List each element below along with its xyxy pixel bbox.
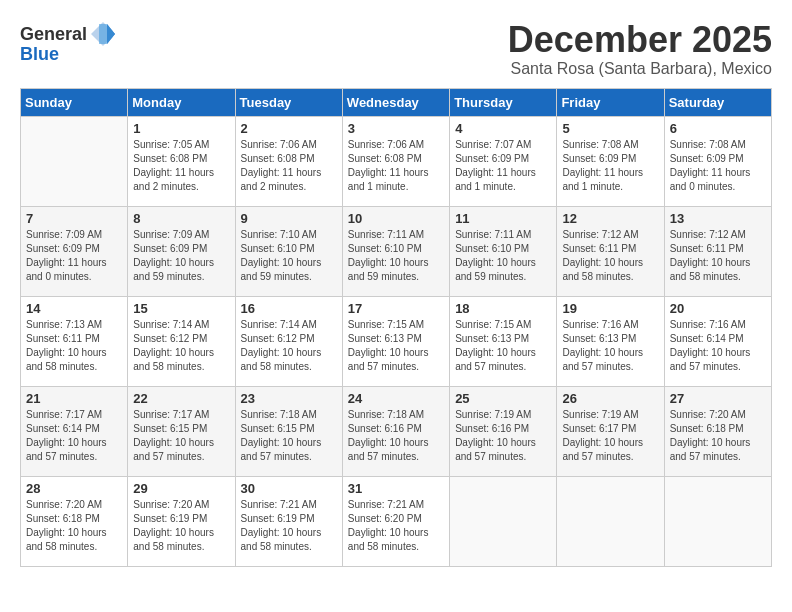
calendar-cell: 28Sunrise: 7:20 AM Sunset: 6:18 PM Dayli… [21,476,128,566]
calendar-week-row: 21Sunrise: 7:17 AM Sunset: 6:14 PM Dayli… [21,386,772,476]
calendar-cell: 3Sunrise: 7:06 AM Sunset: 6:08 PM Daylig… [342,116,449,206]
day-info: Sunrise: 7:05 AM Sunset: 6:08 PM Dayligh… [133,138,229,194]
day-number: 7 [26,211,122,226]
page-header: General Blue December 2025 Santa Rosa (S… [20,20,772,78]
logo-general: General [20,24,87,45]
calendar-cell: 9Sunrise: 7:10 AM Sunset: 6:10 PM Daylig… [235,206,342,296]
day-info: Sunrise: 7:10 AM Sunset: 6:10 PM Dayligh… [241,228,337,284]
day-info: Sunrise: 7:08 AM Sunset: 6:09 PM Dayligh… [670,138,766,194]
calendar-cell: 6Sunrise: 7:08 AM Sunset: 6:09 PM Daylig… [664,116,771,206]
day-number: 17 [348,301,444,316]
calendar-cell: 5Sunrise: 7:08 AM Sunset: 6:09 PM Daylig… [557,116,664,206]
day-number: 1 [133,121,229,136]
day-info: Sunrise: 7:15 AM Sunset: 6:13 PM Dayligh… [348,318,444,374]
day-info: Sunrise: 7:20 AM Sunset: 6:18 PM Dayligh… [26,498,122,554]
day-number: 16 [241,301,337,316]
day-info: Sunrise: 7:14 AM Sunset: 6:12 PM Dayligh… [241,318,337,374]
day-info: Sunrise: 7:11 AM Sunset: 6:10 PM Dayligh… [455,228,551,284]
day-number: 15 [133,301,229,316]
day-info: Sunrise: 7:17 AM Sunset: 6:14 PM Dayligh… [26,408,122,464]
calendar-table: SundayMondayTuesdayWednesdayThursdayFrid… [20,88,772,567]
day-number: 9 [241,211,337,226]
day-info: Sunrise: 7:13 AM Sunset: 6:11 PM Dayligh… [26,318,122,374]
calendar-cell: 19Sunrise: 7:16 AM Sunset: 6:13 PM Dayli… [557,296,664,386]
logo-icon [89,20,117,48]
day-number: 30 [241,481,337,496]
day-number: 26 [562,391,658,406]
calendar-cell: 17Sunrise: 7:15 AM Sunset: 6:13 PM Dayli… [342,296,449,386]
day-info: Sunrise: 7:20 AM Sunset: 6:18 PM Dayligh… [670,408,766,464]
day-info: Sunrise: 7:18 AM Sunset: 6:16 PM Dayligh… [348,408,444,464]
calendar-cell: 26Sunrise: 7:19 AM Sunset: 6:17 PM Dayli… [557,386,664,476]
calendar-cell: 15Sunrise: 7:14 AM Sunset: 6:12 PM Dayli… [128,296,235,386]
calendar-cell: 21Sunrise: 7:17 AM Sunset: 6:14 PM Dayli… [21,386,128,476]
calendar-cell [21,116,128,206]
day-number: 22 [133,391,229,406]
calendar-cell: 29Sunrise: 7:20 AM Sunset: 6:19 PM Dayli… [128,476,235,566]
day-of-week-header: Saturday [664,88,771,116]
calendar-cell: 7Sunrise: 7:09 AM Sunset: 6:09 PM Daylig… [21,206,128,296]
day-number: 6 [670,121,766,136]
day-of-week-header: Monday [128,88,235,116]
header-row: SundayMondayTuesdayWednesdayThursdayFrid… [21,88,772,116]
day-of-week-header: Friday [557,88,664,116]
day-number: 28 [26,481,122,496]
calendar-cell: 22Sunrise: 7:17 AM Sunset: 6:15 PM Dayli… [128,386,235,476]
day-number: 25 [455,391,551,406]
day-info: Sunrise: 7:08 AM Sunset: 6:09 PM Dayligh… [562,138,658,194]
day-info: Sunrise: 7:12 AM Sunset: 6:11 PM Dayligh… [670,228,766,284]
day-info: Sunrise: 7:21 AM Sunset: 6:20 PM Dayligh… [348,498,444,554]
day-number: 13 [670,211,766,226]
day-info: Sunrise: 7:09 AM Sunset: 6:09 PM Dayligh… [133,228,229,284]
day-of-week-header: Sunday [21,88,128,116]
calendar-cell: 4Sunrise: 7:07 AM Sunset: 6:09 PM Daylig… [450,116,557,206]
calendar-week-row: 1Sunrise: 7:05 AM Sunset: 6:08 PM Daylig… [21,116,772,206]
calendar-cell [450,476,557,566]
day-number: 5 [562,121,658,136]
calendar-cell: 24Sunrise: 7:18 AM Sunset: 6:16 PM Dayli… [342,386,449,476]
logo: General Blue [20,20,117,65]
day-info: Sunrise: 7:14 AM Sunset: 6:12 PM Dayligh… [133,318,229,374]
day-number: 23 [241,391,337,406]
calendar-week-row: 7Sunrise: 7:09 AM Sunset: 6:09 PM Daylig… [21,206,772,296]
day-number: 11 [455,211,551,226]
calendar-cell: 31Sunrise: 7:21 AM Sunset: 6:20 PM Dayli… [342,476,449,566]
day-info: Sunrise: 7:16 AM Sunset: 6:14 PM Dayligh… [670,318,766,374]
calendar-cell: 18Sunrise: 7:15 AM Sunset: 6:13 PM Dayli… [450,296,557,386]
day-info: Sunrise: 7:12 AM Sunset: 6:11 PM Dayligh… [562,228,658,284]
calendar-cell [664,476,771,566]
logo-blue: Blue [20,44,59,65]
day-info: Sunrise: 7:16 AM Sunset: 6:13 PM Dayligh… [562,318,658,374]
calendar-cell: 11Sunrise: 7:11 AM Sunset: 6:10 PM Dayli… [450,206,557,296]
day-number: 20 [670,301,766,316]
day-info: Sunrise: 7:11 AM Sunset: 6:10 PM Dayligh… [348,228,444,284]
title-area: December 2025 Santa Rosa (Santa Barbara)… [508,20,772,78]
day-number: 10 [348,211,444,226]
calendar-cell: 30Sunrise: 7:21 AM Sunset: 6:19 PM Dayli… [235,476,342,566]
calendar-cell: 13Sunrise: 7:12 AM Sunset: 6:11 PM Dayli… [664,206,771,296]
day-number: 8 [133,211,229,226]
day-info: Sunrise: 7:09 AM Sunset: 6:09 PM Dayligh… [26,228,122,284]
calendar-cell: 14Sunrise: 7:13 AM Sunset: 6:11 PM Dayli… [21,296,128,386]
day-of-week-header: Wednesday [342,88,449,116]
day-info: Sunrise: 7:18 AM Sunset: 6:15 PM Dayligh… [241,408,337,464]
location-title: Santa Rosa (Santa Barbara), Mexico [508,60,772,78]
calendar-cell: 20Sunrise: 7:16 AM Sunset: 6:14 PM Dayli… [664,296,771,386]
month-title: December 2025 [508,20,772,60]
calendar-cell: 16Sunrise: 7:14 AM Sunset: 6:12 PM Dayli… [235,296,342,386]
day-info: Sunrise: 7:06 AM Sunset: 6:08 PM Dayligh… [348,138,444,194]
calendar-body: 1Sunrise: 7:05 AM Sunset: 6:08 PM Daylig… [21,116,772,566]
day-info: Sunrise: 7:21 AM Sunset: 6:19 PM Dayligh… [241,498,337,554]
calendar-cell: 23Sunrise: 7:18 AM Sunset: 6:15 PM Dayli… [235,386,342,476]
day-number: 29 [133,481,229,496]
day-of-week-header: Tuesday [235,88,342,116]
day-of-week-header: Thursday [450,88,557,116]
calendar-cell: 12Sunrise: 7:12 AM Sunset: 6:11 PM Dayli… [557,206,664,296]
day-number: 24 [348,391,444,406]
day-info: Sunrise: 7:15 AM Sunset: 6:13 PM Dayligh… [455,318,551,374]
calendar-cell: 2Sunrise: 7:06 AM Sunset: 6:08 PM Daylig… [235,116,342,206]
day-info: Sunrise: 7:19 AM Sunset: 6:16 PM Dayligh… [455,408,551,464]
calendar-week-row: 28Sunrise: 7:20 AM Sunset: 6:18 PM Dayli… [21,476,772,566]
day-number: 31 [348,481,444,496]
day-info: Sunrise: 7:20 AM Sunset: 6:19 PM Dayligh… [133,498,229,554]
